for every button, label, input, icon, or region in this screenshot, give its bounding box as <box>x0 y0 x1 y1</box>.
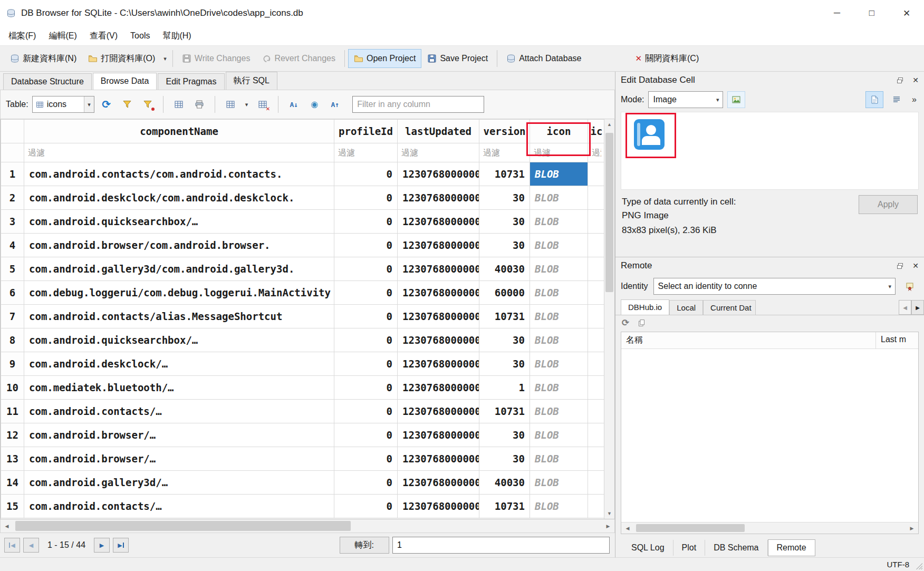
import-data-button[interactable] <box>727 91 745 108</box>
cell-componentName[interactable]: com.android.browser/… <box>24 423 334 447</box>
open-database-dropdown-icon[interactable]: ▾ <box>161 54 169 63</box>
cell-version[interactable]: 30 <box>479 447 530 471</box>
filter-input-icon[interactable] <box>530 144 588 162</box>
cell-icon[interactable]: BLOB <box>530 257 588 281</box>
cell-lastUpdated[interactable]: 1230768000000 <box>398 305 479 328</box>
menu-tools[interactable]: Tools <box>124 31 156 41</box>
tab-execute-sql[interactable]: 執行 SQL <box>226 72 277 90</box>
row-number[interactable]: 8 <box>1 328 24 352</box>
cell-version[interactable]: 40030 <box>479 471 530 495</box>
cell-overflow[interactable] <box>588 423 604 447</box>
cell-profileId[interactable]: 0 <box>334 210 398 234</box>
cell-icon[interactable]: BLOB <box>530 352 588 376</box>
column-header-version[interactable]: version <box>479 120 530 143</box>
remote-scroll-track[interactable] <box>634 522 906 534</box>
cell-overflow[interactable] <box>588 186 604 210</box>
tab-sql-log[interactable]: SQL Log <box>623 540 673 556</box>
cell-version[interactable]: 40030 <box>479 257 530 281</box>
row-number[interactable]: 4 <box>1 234 24 257</box>
cell-profileId[interactable]: 0 <box>334 471 398 495</box>
float-panel-icon[interactable] <box>896 262 904 270</box>
cell-lastUpdated[interactable]: 1230768000000 <box>398 471 479 495</box>
cell-profileId[interactable]: 0 <box>334 495 398 518</box>
attach-database-button[interactable]: Attach Database <box>500 49 587 68</box>
scroll-left-icon[interactable]: ◀ <box>1 524 13 529</box>
cell-componentName[interactable]: com.android.quicksearchbox/… <box>24 210 334 234</box>
remote-refresh-icon[interactable]: ⟳ <box>622 318 629 327</box>
cell-componentName[interactable]: com.android.deskclock/… <box>24 352 334 376</box>
cell-profileId[interactable]: 0 <box>334 376 398 400</box>
tab-db-schema[interactable]: DB Schema <box>705 540 767 556</box>
cell-componentName[interactable]: com.android.gallery3d/com.android.galler… <box>24 257 334 281</box>
column-header-icon[interactable]: icon <box>530 120 588 143</box>
cell-icon[interactable]: BLOB <box>530 495 588 518</box>
column-header-lastUpdated[interactable]: lastUpdated <box>398 120 479 143</box>
tab-database-structure[interactable]: Database Structure <box>3 73 92 90</box>
cell-lastUpdated[interactable]: 1230768000000 <box>398 328 479 352</box>
scroll-right-icon[interactable]: ▶ <box>906 526 918 531</box>
cell-version[interactable]: 60000 <box>479 281 530 305</box>
row-number[interactable]: 2 <box>1 186 24 210</box>
close-button[interactable]: ✕ <box>889 0 924 26</box>
sort-asc-button[interactable]: A↓ <box>285 96 302 113</box>
datatype-button[interactable]: ◉ <box>306 96 323 113</box>
cell-version[interactable]: 30 <box>479 234 530 257</box>
cell-version[interactable]: 30 <box>479 352 530 376</box>
cell-icon[interactable]: BLOB <box>530 328 588 352</box>
column-header-componentName[interactable]: componentName <box>24 120 334 143</box>
cell-lastUpdated[interactable]: 1230768000000 <box>398 495 479 518</box>
column-header-last-modified[interactable]: Last m <box>876 332 918 349</box>
cell-lastUpdated[interactable]: 1230768000000 <box>398 210 479 234</box>
refresh-button[interactable]: ⟳ <box>98 96 115 113</box>
float-panel-icon[interactable] <box>896 76 904 84</box>
cell-lastUpdated[interactable]: 1230768000000 <box>398 400 479 423</box>
revert-changes-button[interactable]: Revert Changes <box>256 49 341 68</box>
remote-horizontal-scrollbar[interactable]: ◀ ▶ <box>621 522 918 534</box>
cell-profileId[interactable]: 0 <box>334 400 398 423</box>
column-header-profileId[interactable]: profileId <box>334 120 398 143</box>
goto-button[interactable]: 轉到: <box>340 537 389 554</box>
cell-componentName[interactable]: com.android.quicksearchbox/… <box>24 328 334 352</box>
cell-icon[interactable]: BLOB <box>530 210 588 234</box>
next-page-button[interactable]: ▶ <box>94 538 110 553</box>
tab-remote[interactable]: Remote <box>768 539 815 556</box>
menu-help[interactable]: 幫助(H) <box>156 31 197 42</box>
cell-version[interactable]: 30 <box>479 328 530 352</box>
cell-componentName[interactable]: com.android.browser/… <box>24 447 334 471</box>
identity-cert-button[interactable] <box>901 278 919 295</box>
cell-componentName[interactable]: com.android.browser/com.android.browser. <box>24 234 334 257</box>
previous-page-button[interactable]: ◀ <box>23 538 39 553</box>
cell-profileId[interactable]: 0 <box>334 423 398 447</box>
cell-version[interactable]: 10731 <box>479 305 530 328</box>
cell-lastUpdated[interactable]: 1230768000000 <box>398 257 479 281</box>
global-filter-input[interactable] <box>352 96 484 113</box>
row-number[interactable]: 1 <box>1 162 24 186</box>
new-record-dropdown-icon[interactable]: ▾ <box>243 100 251 109</box>
filter-input-version[interactable] <box>479 144 530 162</box>
cell-overflow[interactable] <box>588 257 604 281</box>
cell-componentName[interactable]: com.android.deskclock/com.android.deskcl… <box>24 186 334 210</box>
cell-icon[interactable]: BLOB <box>530 471 588 495</box>
cell-version[interactable]: 10731 <box>479 400 530 423</box>
row-number[interactable]: 6 <box>1 281 24 305</box>
cell-version[interactable]: 30 <box>479 186 530 210</box>
close-panel-icon[interactable]: ✕ <box>912 76 919 84</box>
row-number[interactable]: 7 <box>1 305 24 328</box>
cell-overflow[interactable] <box>588 328 604 352</box>
cell-profileId[interactable]: 0 <box>334 305 398 328</box>
delete-record-button[interactable]: ✕ <box>254 96 271 113</box>
column-header-clipped[interactable]: ic <box>588 120 604 143</box>
cell-profileId[interactable]: 0 <box>334 352 398 376</box>
maximize-button[interactable]: □ <box>854 0 889 26</box>
cell-componentName[interactable]: com.android.contacts/… <box>24 495 334 518</box>
cell-version[interactable]: 10731 <box>479 495 530 518</box>
cell-lastUpdated[interactable]: 1230768000000 <box>398 352 479 376</box>
cell-version[interactable]: 30 <box>479 423 530 447</box>
tab-scroll-right-button[interactable]: ▶ <box>911 300 924 315</box>
scroll-up-icon[interactable]: ▲ <box>604 119 614 130</box>
new-database-button[interactable]: 新建資料庫(N) <box>4 49 82 69</box>
cell-icon[interactable]: BLOB <box>530 376 588 400</box>
encoding-label[interactable]: UTF-8 <box>887 560 910 569</box>
cell-overflow[interactable] <box>588 210 604 234</box>
cell-overflow[interactable] <box>588 305 604 328</box>
